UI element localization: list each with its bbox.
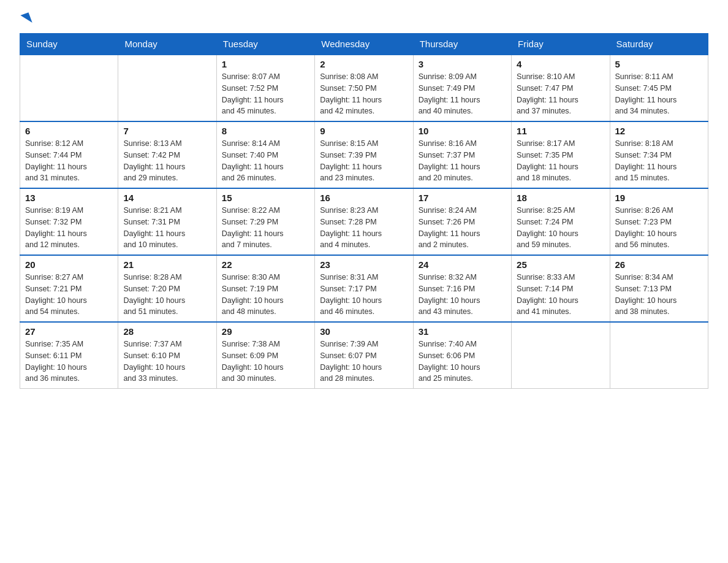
day-number: 3 [419, 59, 506, 69]
day-info: Sunrise: 8:28 AMSunset: 7:20 PMDaylight:… [123, 272, 211, 318]
calendar-cell: 8Sunrise: 8:14 AMSunset: 7:40 PMDaylight… [216, 121, 314, 188]
calendar-cell: 21Sunrise: 8:28 AMSunset: 7:20 PMDayligh… [118, 255, 216, 322]
weekday-header-monday: Monday [118, 34, 216, 55]
calendar-cell: 3Sunrise: 8:09 AMSunset: 7:49 PMDaylight… [413, 55, 511, 121]
day-info: Sunrise: 8:34 AMSunset: 7:13 PMDaylight:… [615, 272, 703, 318]
day-number: 24 [419, 259, 506, 270]
calendar-cell: 29Sunrise: 7:38 AMSunset: 6:09 PMDayligh… [216, 322, 314, 389]
day-number: 29 [222, 326, 309, 337]
calendar-cell: 28Sunrise: 7:37 AMSunset: 6:10 PMDayligh… [118, 322, 216, 389]
day-info: Sunrise: 8:15 AMSunset: 7:39 PMDaylight:… [320, 138, 408, 184]
weekday-header-thursday: Thursday [413, 34, 511, 55]
calendar-cell: 10Sunrise: 8:16 AMSunset: 7:37 PMDayligh… [413, 121, 511, 188]
day-info: Sunrise: 8:12 AMSunset: 7:44 PMDaylight:… [25, 138, 113, 184]
calendar-cell: 30Sunrise: 7:39 AMSunset: 6:07 PMDayligh… [315, 322, 413, 389]
calendar-cell: 2Sunrise: 8:08 AMSunset: 7:50 PMDaylight… [315, 55, 413, 121]
calendar-cell: 25Sunrise: 8:33 AMSunset: 7:14 PMDayligh… [512, 255, 610, 322]
day-number: 9 [320, 126, 408, 136]
day-number: 7 [123, 126, 211, 136]
day-number: 17 [419, 193, 506, 203]
day-info: Sunrise: 8:17 AMSunset: 7:35 PMDaylight:… [517, 138, 604, 184]
day-number: 30 [320, 326, 408, 337]
day-number: 15 [222, 193, 309, 203]
calendar-cell: 26Sunrise: 8:34 AMSunset: 7:13 PMDayligh… [610, 255, 708, 322]
calendar-cell: 1Sunrise: 8:07 AMSunset: 7:52 PMDaylight… [216, 55, 314, 121]
day-number: 8 [222, 126, 309, 136]
day-number: 13 [25, 193, 113, 203]
calendar-cell: 18Sunrise: 8:25 AMSunset: 7:24 PMDayligh… [512, 188, 610, 255]
day-number: 26 [615, 259, 703, 270]
calendar-cell: 31Sunrise: 7:40 AMSunset: 6:06 PMDayligh… [413, 322, 511, 389]
day-info: Sunrise: 7:37 AMSunset: 6:10 PMDaylight:… [123, 339, 211, 385]
calendar-cell [610, 322, 708, 389]
day-number: 16 [320, 193, 408, 203]
day-number: 14 [123, 193, 211, 203]
calendar-cell: 14Sunrise: 8:21 AMSunset: 7:31 PMDayligh… [118, 188, 216, 255]
calendar-week-row: 27Sunrise: 7:35 AMSunset: 6:11 PMDayligh… [20, 322, 708, 389]
day-number: 11 [517, 126, 604, 136]
weekday-header-sunday: Sunday [20, 34, 118, 55]
calendar-cell: 23Sunrise: 8:31 AMSunset: 7:17 PMDayligh… [315, 255, 413, 322]
calendar-cell: 9Sunrise: 8:15 AMSunset: 7:39 PMDaylight… [315, 121, 413, 188]
day-info: Sunrise: 8:07 AMSunset: 7:52 PMDaylight:… [222, 71, 309, 117]
day-number: 27 [25, 326, 113, 337]
calendar-week-row: 13Sunrise: 8:19 AMSunset: 7:32 PMDayligh… [20, 188, 708, 255]
day-info: Sunrise: 8:31 AMSunset: 7:17 PMDaylight:… [320, 272, 408, 318]
logo-blue-text [20, 15, 31, 26]
day-number: 2 [320, 59, 408, 69]
day-info: Sunrise: 8:13 AMSunset: 7:42 PMDaylight:… [123, 138, 211, 184]
day-number: 5 [615, 59, 703, 69]
calendar-week-row: 1Sunrise: 8:07 AMSunset: 7:52 PMDaylight… [20, 55, 708, 121]
day-info: Sunrise: 8:30 AMSunset: 7:19 PMDaylight:… [222, 272, 309, 318]
calendar-cell: 27Sunrise: 7:35 AMSunset: 6:11 PMDayligh… [20, 322, 118, 389]
day-number: 31 [419, 326, 506, 337]
calendar-cell: 13Sunrise: 8:19 AMSunset: 7:32 PMDayligh… [20, 188, 118, 255]
day-number: 4 [517, 59, 604, 69]
weekday-header-tuesday: Tuesday [216, 34, 314, 55]
calendar-cell [20, 55, 118, 121]
day-info: Sunrise: 8:21 AMSunset: 7:31 PMDaylight:… [123, 205, 211, 251]
day-number: 21 [123, 259, 211, 270]
day-number: 23 [320, 259, 408, 270]
day-number: 18 [517, 193, 604, 203]
calendar-cell: 15Sunrise: 8:22 AMSunset: 7:29 PMDayligh… [216, 188, 314, 255]
day-info: Sunrise: 8:11 AMSunset: 7:45 PMDaylight:… [615, 71, 703, 117]
day-number: 22 [222, 259, 309, 270]
day-info: Sunrise: 8:33 AMSunset: 7:14 PMDaylight:… [517, 272, 604, 318]
day-info: Sunrise: 8:23 AMSunset: 7:28 PMDaylight:… [320, 205, 408, 251]
day-number: 25 [517, 259, 604, 270]
calendar-cell: 11Sunrise: 8:17 AMSunset: 7:35 PMDayligh… [512, 121, 610, 188]
calendar-cell: 16Sunrise: 8:23 AMSunset: 7:28 PMDayligh… [315, 188, 413, 255]
day-number: 28 [123, 326, 211, 337]
weekday-header-friday: Friday [512, 34, 610, 55]
day-number: 6 [25, 126, 113, 136]
day-info: Sunrise: 8:08 AMSunset: 7:50 PMDaylight:… [320, 71, 408, 117]
day-info: Sunrise: 8:16 AMSunset: 7:37 PMDaylight:… [419, 138, 506, 184]
calendar-cell: 5Sunrise: 8:11 AMSunset: 7:45 PMDaylight… [610, 55, 708, 121]
day-info: Sunrise: 7:35 AMSunset: 6:11 PMDaylight:… [25, 339, 113, 385]
calendar-cell [118, 55, 216, 121]
calendar-table: SundayMondayTuesdayWednesdayThursdayFrid… [20, 33, 708, 389]
calendar-cell: 7Sunrise: 8:13 AMSunset: 7:42 PMDaylight… [118, 121, 216, 188]
logo-triangle-icon [20, 12, 32, 26]
day-info: Sunrise: 7:40 AMSunset: 6:06 PMDaylight:… [419, 339, 506, 385]
weekday-header-wednesday: Wednesday [315, 34, 413, 55]
calendar-cell: 6Sunrise: 8:12 AMSunset: 7:44 PMDaylight… [20, 121, 118, 188]
day-info: Sunrise: 8:26 AMSunset: 7:23 PMDaylight:… [615, 205, 703, 251]
day-info: Sunrise: 8:25 AMSunset: 7:24 PMDaylight:… [517, 205, 604, 251]
logo [20, 15, 31, 26]
day-info: Sunrise: 8:18 AMSunset: 7:34 PMDaylight:… [615, 138, 703, 184]
calendar-cell: 17Sunrise: 8:24 AMSunset: 7:26 PMDayligh… [413, 188, 511, 255]
day-info: Sunrise: 8:10 AMSunset: 7:47 PMDaylight:… [517, 71, 604, 117]
weekday-header-saturday: Saturday [610, 34, 708, 55]
calendar-cell: 12Sunrise: 8:18 AMSunset: 7:34 PMDayligh… [610, 121, 708, 188]
calendar-cell: 20Sunrise: 8:27 AMSunset: 7:21 PMDayligh… [20, 255, 118, 322]
calendar-header-row: SundayMondayTuesdayWednesdayThursdayFrid… [20, 34, 708, 55]
day-number: 10 [419, 126, 506, 136]
calendar-week-row: 6Sunrise: 8:12 AMSunset: 7:44 PMDaylight… [20, 121, 708, 188]
day-info: Sunrise: 8:14 AMSunset: 7:40 PMDaylight:… [222, 138, 309, 184]
calendar-week-row: 20Sunrise: 8:27 AMSunset: 7:21 PMDayligh… [20, 255, 708, 322]
day-info: Sunrise: 8:24 AMSunset: 7:26 PMDaylight:… [419, 205, 506, 251]
day-number: 12 [615, 126, 703, 136]
day-info: Sunrise: 8:32 AMSunset: 7:16 PMDaylight:… [419, 272, 506, 318]
